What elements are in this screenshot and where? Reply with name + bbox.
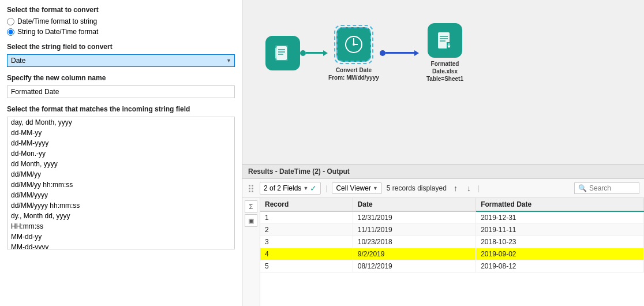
fields-label: 2 of 2 Fields bbox=[264, 184, 301, 192]
sigma-icon[interactable]: Σ bbox=[245, 200, 257, 213]
record-icon[interactable]: ▣ bbox=[245, 214, 257, 227]
format-list-item[interactable]: MM-dd-yyyy bbox=[8, 242, 234, 249]
column-section-title: Specify the new column name bbox=[7, 74, 235, 82]
cell-viewer-label: Cell Viewer bbox=[336, 184, 370, 192]
format-list-item[interactable]: dd Month, yyyy bbox=[8, 159, 234, 169]
svg-rect-1 bbox=[276, 46, 287, 60]
format-list: day, dd Month, yyyydd-MM-yydd-MM-yyyydd-… bbox=[7, 117, 235, 249]
left-panel: Select the format to convert Date/Time f… bbox=[0, 0, 242, 306]
node-output-label: Formatted Date.xlsx Table=Sheet1 bbox=[419, 60, 471, 83]
cell-date: 11/11/2019 bbox=[353, 224, 475, 236]
cell-formatted-date: 2019-11-11 bbox=[476, 224, 644, 236]
sort-up-button[interactable]: ↑ bbox=[451, 182, 460, 194]
column-name-input[interactable] bbox=[7, 85, 235, 98]
fields-button[interactable]: 2 of 2 Fields ▼ ✓ bbox=[260, 182, 321, 195]
node-input bbox=[265, 36, 300, 70]
search-input[interactable] bbox=[589, 184, 635, 192]
radio-datetime-to-string[interactable]: Date/Time format to string bbox=[7, 17, 235, 25]
cell-date: 08/12/2019 bbox=[353, 260, 475, 273]
col-date: Date bbox=[353, 198, 475, 211]
cell-record: 4 bbox=[260, 248, 353, 260]
line-blue-1 bbox=[385, 52, 414, 54]
line-teal-1 bbox=[306, 52, 323, 54]
side-icons: Σ ▣ bbox=[242, 198, 260, 306]
node-converter-label: Convert Date From: MM/dd/yyyy bbox=[328, 66, 380, 81]
format-match-section: Select the format that matches the incom… bbox=[7, 105, 235, 249]
table-row[interactable]: 3 10/23/2018 2018-10-23 bbox=[260, 236, 644, 248]
column-section: Specify the new column name bbox=[7, 74, 235, 98]
table-header-row: Record Date Formatted Date bbox=[260, 198, 644, 211]
dot-teal-1 bbox=[300, 50, 306, 56]
table-row[interactable]: 4 9/2/2019 2019-09-02 bbox=[260, 248, 644, 260]
table-body: 1 12/31/2019 2019-12-31 2 11/11/2019 201… bbox=[260, 211, 644, 273]
records-label: 5 records displayed bbox=[387, 184, 447, 192]
format-list-item[interactable]: dd-Mon.-yy bbox=[8, 148, 234, 159]
workflow: Convert Date From: MM/dd/yyyy bbox=[265, 23, 471, 83]
results-table-wrap: Record Date Formatted Date 1 12/31/2019 … bbox=[260, 198, 644, 306]
node-output-icon bbox=[428, 23, 462, 58]
format-list-item[interactable]: day, dd Month, yyyy bbox=[8, 117, 234, 128]
radio-group-string: String to Date/Time format bbox=[7, 28, 235, 36]
format-list-item[interactable]: MM-dd-yy bbox=[8, 232, 234, 242]
node-input-icon bbox=[265, 36, 300, 70]
fields-chevron: ▼ bbox=[303, 185, 308, 191]
canvas-area: Convert Date From: MM/dd/yyyy bbox=[242, 0, 644, 165]
format-list-item[interactable]: dd/MM/yyyy hh:mm:ss bbox=[8, 200, 234, 211]
table-row[interactable]: 5 08/12/2019 2019-08-12 bbox=[260, 260, 644, 273]
results-header: Results - DateTime (2) - Output bbox=[242, 165, 644, 179]
connector-1 bbox=[300, 50, 328, 56]
table-with-side: Σ ▣ Record Date Formatted Date 1 12/3 bbox=[242, 198, 644, 306]
cell-date: 12/31/2019 bbox=[353, 211, 475, 224]
drag-handle bbox=[247, 182, 255, 195]
right-panel: Convert Date From: MM/dd/yyyy bbox=[242, 0, 644, 306]
radio-datetime-to-string-input[interactable] bbox=[7, 18, 14, 25]
format-list-item[interactable]: dd-MM-yy bbox=[8, 128, 234, 138]
radio-group-format: Date/Time format to string bbox=[7, 17, 235, 25]
cell-viewer-button[interactable]: Cell Viewer ▼ bbox=[332, 182, 381, 194]
format-list-item[interactable]: dd/MM/yy bbox=[8, 169, 234, 180]
node-output: Formatted Date.xlsx Table=Sheet1 bbox=[419, 23, 471, 83]
toolbar-sep-1: | bbox=[325, 184, 327, 192]
col-formatted-date: Formatted Date bbox=[476, 198, 644, 211]
node-converter-icon bbox=[336, 27, 371, 62]
arrow-teal-1 bbox=[323, 50, 328, 56]
cell-formatted-date: 2019-12-31 bbox=[476, 211, 644, 224]
connector-2 bbox=[380, 50, 419, 56]
fields-check-icon: ✓ bbox=[310, 184, 317, 193]
cell-formatted-date: 2019-09-02 bbox=[476, 248, 644, 260]
results-toolbar: 2 of 2 Fields ▼ ✓ | Cell Viewer ▼ 5 reco… bbox=[242, 179, 644, 198]
format-list-item[interactable]: HH:mm:ss bbox=[8, 221, 234, 232]
table-row[interactable]: 2 11/11/2019 2019-11-11 bbox=[260, 224, 644, 236]
search-icon: 🔍 bbox=[578, 184, 587, 192]
field-dropdown-wrapper: Date bbox=[7, 54, 235, 67]
format-list-item[interactable]: dd/MM/yyyy bbox=[8, 190, 234, 200]
col-record: Record bbox=[260, 198, 353, 211]
format-list-item[interactable]: dd-MM-yyyy bbox=[8, 138, 234, 148]
radio-string-to-datetime-input[interactable] bbox=[7, 28, 14, 36]
format-list-item[interactable]: dy., Month dd, yyyy bbox=[8, 211, 234, 221]
table-row[interactable]: 1 12/31/2019 2019-12-31 bbox=[260, 211, 644, 224]
dot-blue-1 bbox=[380, 50, 385, 56]
search-box: 🔍 bbox=[574, 182, 639, 194]
format-list-item[interactable]: dd/MM/yy hh:mm:ss bbox=[8, 180, 234, 190]
cell-record: 1 bbox=[260, 211, 353, 224]
node-converter-border bbox=[334, 25, 373, 64]
table-head: Record Date Formatted Date bbox=[260, 198, 644, 211]
results-panel: Results - DateTime (2) - Output 2 of 2 F… bbox=[242, 165, 644, 306]
node-converter: Convert Date From: MM/dd/yyyy bbox=[328, 25, 380, 81]
field-dropdown[interactable]: Date bbox=[7, 54, 235, 67]
arrow-blue-1 bbox=[414, 50, 419, 56]
cell-date: 10/23/2018 bbox=[353, 236, 475, 248]
sort-down-button[interactable]: ↓ bbox=[465, 182, 473, 194]
cell-record: 5 bbox=[260, 260, 353, 273]
cell-date: 9/2/2019 bbox=[353, 248, 475, 260]
cell-record: 3 bbox=[260, 236, 353, 248]
cell-formatted-date: 2018-10-23 bbox=[476, 236, 644, 248]
field-section: Select the string field to convert Date bbox=[7, 43, 235, 67]
cell-viewer-chevron: ▼ bbox=[373, 185, 378, 191]
cell-record: 2 bbox=[260, 224, 353, 236]
results-table: Record Date Formatted Date 1 12/31/2019 … bbox=[260, 198, 644, 273]
cell-formatted-date: 2019-08-12 bbox=[476, 260, 644, 273]
radio-string-to-datetime[interactable]: String to Date/Time format bbox=[7, 28, 235, 36]
format-match-title: Select the format that matches the incom… bbox=[7, 105, 235, 113]
